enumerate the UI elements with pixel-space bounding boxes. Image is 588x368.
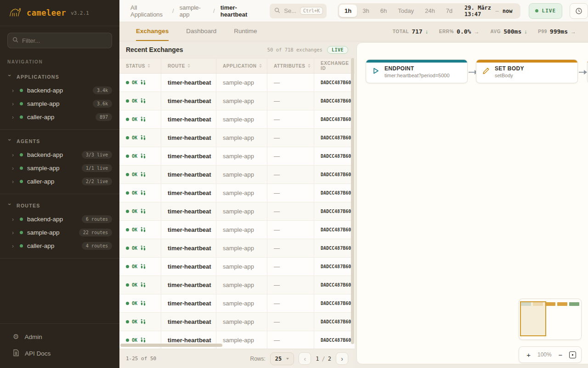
global-search-input[interactable]: Se... Ctrl+K [270,4,327,18]
time-range-1h[interactable]: 1h [339,5,357,17]
status-text: OK [132,80,137,85]
sidebar-item-routes-sample-app[interactable]: › sample-app 22 routes [0,226,119,239]
minimap[interactable] [519,299,582,340]
panel-title: Recent Exchanges [126,46,263,53]
table-row[interactable]: OK timer-heartbeat sample-app — DADCC487… [119,276,351,294]
next-page-button[interactable]: › [336,352,348,365]
time-range-today[interactable]: Today [392,5,419,17]
table-row[interactable]: OK timer-heartbeat sample-app — DADCC487… [119,184,351,202]
route-cell-wrap: timer-heartbeat [161,74,216,92]
sidebar-item-applications-caller-app[interactable]: › caller-app 897 [0,110,119,124]
table-row[interactable]: OK timer-heartbeat sample-app — DADCC487… [119,92,351,110]
table-row[interactable]: OK timer-heartbeat sample-app — DADCC487… [119,202,351,221]
zoom-in-button[interactable]: + [524,351,533,359]
time-range-3h[interactable]: 3h [357,5,374,17]
date-to: now [503,8,513,14]
table-row[interactable]: OK timer-heartbeat sample-app — DADCC487… [119,147,351,166]
table-row[interactable]: OK timer-heartbeat sample-app — DADCC487… [119,294,351,313]
chevron-right-icon: › [12,165,16,172]
live-label: LIVE [542,8,556,14]
breadcrumb-sample-app[interactable]: sample-app [180,4,208,18]
column-header-application[interactable]: APPLICATION [216,58,267,73]
tab-runtime[interactable]: Runtime [234,22,257,41]
filter-input[interactable]: Filter... [7,33,112,48]
table-row[interactable]: OK timer-heartbeat sample-app — DADCC487… [119,166,351,184]
stat-total: TOTAL 717 ↓ [393,28,428,35]
ok-status-dot [126,265,129,268]
ok-status-dot [126,247,129,250]
vertical-scrollbar[interactable] [351,58,354,344]
minimap-viewport[interactable] [520,301,546,336]
tab-exchanges[interactable]: Exchanges [136,22,169,41]
table-row[interactable]: OK timer-heartbeat sample-app — DADCC487… [119,239,351,258]
route-flow-canvas[interactable]: ENDPOINT timer:heartbeat?period=5000 SET… [356,42,588,364]
attributes-cell: — [274,171,280,178]
chevron-right-icon: › [12,178,16,185]
table-row[interactable]: OK timer-heartbeat sample-app — DADCC487… [119,313,351,331]
sidebar-item-applications-backend-app[interactable]: › backend-app 3.4k [0,84,119,97]
attributes-cell-wrap: — [267,147,314,165]
section-header-agents[interactable]: › AGENTS [0,134,119,148]
table-row[interactable]: OK timer-heartbeat sample-app — DADCC487… [119,110,351,129]
sidebar-item-agents-sample-app[interactable]: › sample-app 1/1 live [0,161,119,175]
column-header-exchange-id[interactable]: EXCHANGE ID [314,58,351,73]
sidebar-item-agents-caller-app[interactable]: › caller-app 2/2 live [0,175,119,188]
column-header-route[interactable]: ROUTE [161,58,216,73]
footprints-icon [140,97,146,105]
route-canvas-area: ENDPOINT timer:heartbeat?period=5000 SET… [355,41,588,368]
route-cell: timer-heartbeat [168,208,211,215]
stat-value: 999ms [550,28,568,35]
logo-row[interactable]: cameleer v3.2.1 [0,0,119,26]
table-row[interactable]: OK timer-heartbeat sample-app — DADCC487… [119,74,351,92]
minimap-node-orange [545,302,555,306]
section-header-applications[interactable]: › APPLICATIONS [0,70,119,84]
exchange-id-cell-wrap: DADCC487B60F8 [314,331,351,349]
date-separator: – [496,8,499,14]
table-row[interactable]: OK timer-heartbeat sample-app — DADCC487… [119,258,351,276]
node-endpoint[interactable]: ENDPOINT timer:heartbeat?period=5000 [366,59,468,83]
live-toggle[interactable]: LIVE [529,3,563,19]
rows-per-page-select[interactable]: 25 [270,352,294,365]
application-cell: sample-app [223,171,254,178]
history-clock-button[interactable] [570,3,588,19]
column-header-attributes[interactable]: ATTRIBUTES [267,58,314,73]
tab-dashboard[interactable]: Dashboard [186,22,216,41]
chevron-right-icon: › [12,152,16,158]
sidebar-item-applications-sample-app[interactable]: › sample-app 3.6k [0,97,119,110]
section-header-routes[interactable]: › ROUTES [0,199,119,213]
attributes-cell: — [274,79,280,86]
status-text: OK [132,117,137,122]
table-row[interactable]: OK timer-heartbeat sample-app — DADCC487… [119,129,351,147]
route-cell: timer-heartbeat [168,263,211,270]
zoom-out-button[interactable]: − [556,351,565,359]
application-cell-wrap: sample-app [216,74,267,92]
prev-page-button[interactable]: ‹ [299,352,311,365]
stat-label: ERR% [439,29,454,34]
sidebar-item-admin[interactable]: ⚙ Admin [0,328,119,345]
application-cell: sample-app [223,153,254,160]
time-range-6h[interactable]: 6h [375,5,392,17]
breadcrumb-all-applications[interactable]: All Applications [130,4,167,18]
fit-view-button[interactable] [569,351,576,358]
horizontal-scrollbar[interactable] [120,344,222,347]
sidebar-item-routes-backend-app[interactable]: › backend-app 6 routes [0,213,119,226]
table-row[interactable]: OK timer-heartbeat sample-app — DADCC487… [119,221,351,239]
minimap-node-orange [557,302,567,306]
attributes-cell-wrap: — [267,202,314,220]
section-applications: › APPLICATIONS › backend-app 3.4k › samp… [0,66,119,131]
date-range-display[interactable]: 29. März 13:47 – now [458,5,519,17]
sidebar-item-agents-backend-app[interactable]: › backend-app 3/3 live [0,148,119,161]
sidebar-item-label: sample-app [27,229,75,236]
footprints-icon [140,318,146,326]
page-separator: / [322,356,325,362]
time-range-7d[interactable]: 7d [441,5,458,17]
status-text: OK [132,135,137,140]
time-range-24h[interactable]: 24h [419,5,441,17]
route-cell-wrap: timer-heartbeat [161,202,216,220]
status-cell-wrap: OK [119,202,161,220]
column-header-status[interactable]: STATUS [119,58,161,73]
sidebar-item-api-docs[interactable]: API Docs [0,345,119,362]
sidebar-item-routes-caller-app[interactable]: › caller-app 4 routes [0,239,119,253]
node-set-body[interactable]: SET BODY setBody [476,59,578,83]
section-routes: › ROUTES › backend-app 6 routes › sample… [0,195,119,259]
